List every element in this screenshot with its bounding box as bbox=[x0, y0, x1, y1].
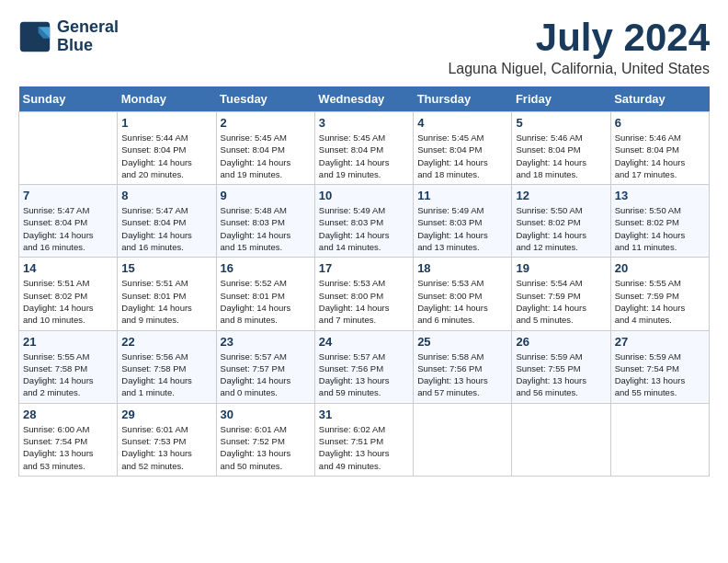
calendar-day-cell: 20Sunrise: 5:55 AMSunset: 7:59 PMDayligh… bbox=[610, 258, 709, 330]
logo: General Blue bbox=[18, 18, 119, 55]
day-detail: Sunrise: 5:53 AMSunset: 8:00 PMDaylight:… bbox=[417, 277, 507, 326]
calendar-day-cell: 10Sunrise: 5:49 AMSunset: 8:03 PMDayligh… bbox=[314, 185, 413, 258]
day-detail: Sunrise: 5:45 AMSunset: 8:04 PMDaylight:… bbox=[221, 132, 311, 180]
calendar-day-cell: 29Sunrise: 6:01 AMSunset: 7:53 PMDayligh… bbox=[118, 403, 216, 476]
day-detail: Sunrise: 5:45 AMSunset: 8:04 PMDaylight:… bbox=[319, 132, 409, 180]
day-number: 12 bbox=[516, 189, 606, 202]
day-detail: Sunrise: 5:49 AMSunset: 8:03 PMDaylight:… bbox=[417, 204, 507, 253]
day-number: 4 bbox=[417, 116, 507, 130]
calendar-week-row: 21Sunrise: 5:55 AMSunset: 7:58 PMDayligh… bbox=[19, 330, 710, 403]
calendar-day-cell bbox=[512, 403, 610, 476]
location: Laguna Niguel, California, United States bbox=[448, 61, 710, 77]
calendar-day-cell: 25Sunrise: 5:58 AMSunset: 7:56 PMDayligh… bbox=[414, 330, 512, 403]
calendar-day-cell: 5Sunrise: 5:46 AMSunset: 8:04 PMDaylight… bbox=[512, 112, 610, 185]
day-number: 8 bbox=[121, 189, 211, 202]
calendar-day-cell: 16Sunrise: 5:52 AMSunset: 8:01 PMDayligh… bbox=[216, 258, 314, 330]
calendar-day-cell bbox=[19, 112, 118, 185]
day-detail: Sunrise: 5:47 AMSunset: 8:04 PMDaylight:… bbox=[23, 204, 113, 253]
calendar-day-cell: 17Sunrise: 5:53 AMSunset: 8:00 PMDayligh… bbox=[314, 258, 413, 330]
calendar-day-cell: 24Sunrise: 5:57 AMSunset: 7:56 PMDayligh… bbox=[314, 330, 413, 403]
calendar-day-cell: 12Sunrise: 5:50 AMSunset: 8:02 PMDayligh… bbox=[512, 185, 610, 258]
calendar-day-cell: 31Sunrise: 6:02 AMSunset: 7:51 PMDayligh… bbox=[314, 403, 413, 476]
day-number: 18 bbox=[417, 261, 507, 275]
day-number: 2 bbox=[221, 116, 311, 130]
calendar-week-row: 28Sunrise: 6:00 AMSunset: 7:54 PMDayligh… bbox=[19, 403, 710, 476]
day-number: 31 bbox=[319, 408, 409, 421]
day-number: 26 bbox=[516, 335, 606, 349]
day-detail: Sunrise: 5:50 AMSunset: 8:02 PMDaylight:… bbox=[615, 204, 705, 253]
day-detail: Sunrise: 5:51 AMSunset: 8:02 PMDaylight:… bbox=[23, 277, 113, 326]
day-number: 6 bbox=[615, 116, 705, 130]
day-number: 27 bbox=[615, 335, 705, 349]
calendar-day-cell: 7Sunrise: 5:47 AMSunset: 8:04 PMDaylight… bbox=[19, 185, 118, 258]
day-detail: Sunrise: 5:44 AMSunset: 8:04 PMDaylight:… bbox=[121, 132, 211, 180]
calendar-day-cell: 4Sunrise: 5:45 AMSunset: 8:04 PMDaylight… bbox=[414, 112, 512, 185]
calendar-week-row: 7Sunrise: 5:47 AMSunset: 8:04 PMDaylight… bbox=[19, 185, 710, 258]
calendar-day-cell bbox=[414, 403, 512, 476]
day-number: 13 bbox=[615, 189, 705, 202]
day-number: 5 bbox=[516, 116, 606, 130]
calendar-day-cell: 26Sunrise: 5:59 AMSunset: 7:55 PMDayligh… bbox=[512, 330, 610, 403]
day-detail: Sunrise: 5:47 AMSunset: 8:04 PMDaylight:… bbox=[121, 204, 211, 253]
calendar-day-cell: 11Sunrise: 5:49 AMSunset: 8:03 PMDayligh… bbox=[414, 185, 512, 258]
day-detail: Sunrise: 5:52 AMSunset: 8:01 PMDaylight:… bbox=[221, 277, 311, 326]
calendar-day-cell: 28Sunrise: 6:00 AMSunset: 7:54 PMDayligh… bbox=[19, 403, 118, 476]
weekday-header: Sunday bbox=[19, 86, 118, 112]
day-detail: Sunrise: 5:54 AMSunset: 7:59 PMDaylight:… bbox=[516, 277, 606, 326]
weekday-header-row: SundayMondayTuesdayWednesdayThursdayFrid… bbox=[19, 86, 710, 112]
day-detail: Sunrise: 5:46 AMSunset: 8:04 PMDaylight:… bbox=[615, 132, 705, 180]
logo-line2: Blue bbox=[57, 37, 119, 55]
calendar-week-row: 14Sunrise: 5:51 AMSunset: 8:02 PMDayligh… bbox=[19, 258, 710, 330]
day-number: 25 bbox=[417, 335, 507, 349]
calendar-day-cell: 1Sunrise: 5:44 AMSunset: 8:04 PMDaylight… bbox=[118, 112, 216, 185]
logo-icon bbox=[18, 20, 51, 53]
calendar-day-cell: 9Sunrise: 5:48 AMSunset: 8:03 PMDaylight… bbox=[216, 185, 314, 258]
day-detail: Sunrise: 5:55 AMSunset: 7:59 PMDaylight:… bbox=[615, 277, 705, 326]
day-detail: Sunrise: 5:59 AMSunset: 7:55 PMDaylight:… bbox=[516, 350, 606, 399]
day-number: 1 bbox=[121, 116, 211, 130]
calendar-day-cell: 22Sunrise: 5:56 AMSunset: 7:58 PMDayligh… bbox=[118, 330, 216, 403]
title-block: July 2024 Laguna Niguel, California, Uni… bbox=[448, 18, 710, 77]
day-number: 15 bbox=[121, 261, 211, 275]
day-number: 20 bbox=[615, 261, 705, 275]
weekday-header: Friday bbox=[512, 86, 610, 112]
day-detail: Sunrise: 5:50 AMSunset: 8:02 PMDaylight:… bbox=[516, 204, 606, 253]
calendar-day-cell bbox=[610, 403, 709, 476]
day-detail: Sunrise: 5:58 AMSunset: 7:56 PMDaylight:… bbox=[417, 350, 507, 399]
day-detail: Sunrise: 5:53 AMSunset: 8:00 PMDaylight:… bbox=[319, 277, 409, 326]
day-number: 23 bbox=[221, 335, 311, 349]
day-number: 21 bbox=[23, 335, 113, 349]
day-detail: Sunrise: 5:45 AMSunset: 8:04 PMDaylight:… bbox=[417, 132, 507, 180]
day-detail: Sunrise: 5:56 AMSunset: 7:58 PMDaylight:… bbox=[121, 350, 211, 399]
calendar-day-cell: 2Sunrise: 5:45 AMSunset: 8:04 PMDaylight… bbox=[216, 112, 314, 185]
calendar-day-cell: 15Sunrise: 5:51 AMSunset: 8:01 PMDayligh… bbox=[118, 258, 216, 330]
page-header: General Blue July 2024 Laguna Niguel, Ca… bbox=[18, 18, 710, 77]
day-detail: Sunrise: 6:01 AMSunset: 7:52 PMDaylight:… bbox=[221, 423, 311, 472]
logo-line1: General bbox=[57, 18, 119, 37]
calendar-day-cell: 30Sunrise: 6:01 AMSunset: 7:52 PMDayligh… bbox=[216, 403, 314, 476]
day-number: 11 bbox=[417, 189, 507, 202]
day-number: 24 bbox=[319, 335, 409, 349]
day-number: 28 bbox=[23, 408, 113, 421]
month-title: July 2024 bbox=[448, 18, 710, 57]
day-detail: Sunrise: 5:49 AMSunset: 8:03 PMDaylight:… bbox=[319, 204, 409, 253]
day-detail: Sunrise: 6:00 AMSunset: 7:54 PMDaylight:… bbox=[23, 423, 113, 472]
day-detail: Sunrise: 6:02 AMSunset: 7:51 PMDaylight:… bbox=[319, 423, 409, 472]
day-number: 9 bbox=[221, 189, 311, 202]
calendar-day-cell: 13Sunrise: 5:50 AMSunset: 8:02 PMDayligh… bbox=[610, 185, 709, 258]
weekday-header: Saturday bbox=[610, 86, 709, 112]
calendar-day-cell: 19Sunrise: 5:54 AMSunset: 7:59 PMDayligh… bbox=[512, 258, 610, 330]
day-number: 17 bbox=[319, 261, 409, 275]
calendar-day-cell: 18Sunrise: 5:53 AMSunset: 8:00 PMDayligh… bbox=[414, 258, 512, 330]
day-number: 7 bbox=[23, 189, 113, 202]
calendar-day-cell: 21Sunrise: 5:55 AMSunset: 7:58 PMDayligh… bbox=[19, 330, 118, 403]
day-number: 16 bbox=[221, 261, 311, 275]
weekday-header: Monday bbox=[118, 86, 216, 112]
calendar-day-cell: 27Sunrise: 5:59 AMSunset: 7:54 PMDayligh… bbox=[610, 330, 709, 403]
weekday-header: Tuesday bbox=[216, 86, 314, 112]
calendar-day-cell: 8Sunrise: 5:47 AMSunset: 8:04 PMDaylight… bbox=[118, 185, 216, 258]
day-detail: Sunrise: 5:59 AMSunset: 7:54 PMDaylight:… bbox=[615, 350, 705, 399]
day-number: 19 bbox=[516, 261, 606, 275]
calendar-day-cell: 6Sunrise: 5:46 AMSunset: 8:04 PMDaylight… bbox=[610, 112, 709, 185]
calendar-day-cell: 3Sunrise: 5:45 AMSunset: 8:04 PMDaylight… bbox=[314, 112, 413, 185]
